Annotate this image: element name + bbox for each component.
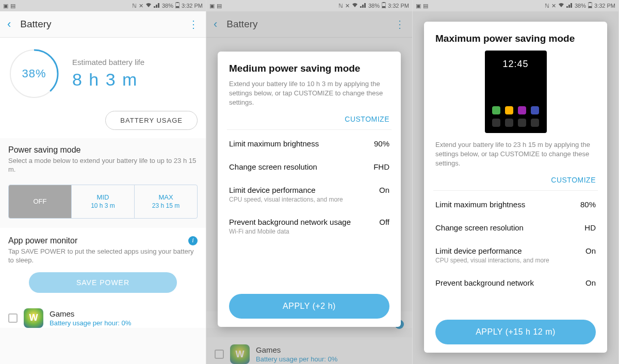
status-time: 3:32 PM (388, 3, 409, 9)
svg-rect-7 (382, 6, 385, 8)
svg-rect-9 (589, 2, 591, 3)
status-bar: ▣ ▤ ℕ ✕ 38% 3:32 PM (0, 0, 206, 11)
battery-card: 38% Estimated battery life 8 h 3 m BATTE… (0, 38, 206, 138)
preview-app-icon (518, 119, 526, 127)
menu-button[interactable]: ⋮ (188, 18, 199, 30)
nfc-icon: ℕ (545, 3, 549, 9)
app-icon: W (24, 308, 43, 328)
svg-rect-10 (589, 6, 592, 8)
signal-icon (360, 3, 366, 9)
apm-title: App power monitor (8, 236, 198, 245)
battery-icon (382, 2, 386, 9)
status-bar: ▣ ▤ ℕ ✕ 38% 3:32 PM (413, 0, 618, 11)
customize-button[interactable]: CUSTOMIZE (229, 115, 389, 123)
svg-rect-6 (383, 2, 385, 3)
setting-brightness[interactable]: Limit maximum brightness 90% (229, 132, 389, 155)
preview-app-icon (492, 106, 500, 114)
apply-button[interactable]: APPLY (+15 h 12 m) (435, 320, 596, 344)
screenshot-icon: ▤ (10, 3, 15, 9)
mode-off[interactable]: OFF (9, 185, 71, 218)
wifi-icon (352, 3, 358, 9)
setting-resolution[interactable]: Change screen resolution FHD (229, 155, 389, 178)
app-bar: ‹ Battery ⋮ (0, 11, 206, 37)
app-row[interactable]: W Games Battery usage per hour: 0% (0, 301, 206, 328)
preview-app-icon (505, 119, 513, 127)
nfc-icon: ℕ (338, 3, 343, 9)
page-title: Battery (20, 19, 188, 30)
preview-app-icon (518, 106, 526, 114)
app-bar: ‹ Battery ⋮ (206, 11, 412, 37)
phone-screen-battery: ▣ ▤ ℕ ✕ 38% 3:32 PM ‹ Battery ⋮ (0, 0, 206, 364)
status-battery-pct: 38% (575, 3, 586, 9)
power-saving-title: Power saving mode (8, 145, 198, 155)
battery-icon (175, 2, 180, 9)
mode-max[interactable]: MAX 23 h 15 m (134, 185, 197, 218)
setting-network[interactable]: Prevent background network usage Wi-Fi a… (229, 210, 389, 242)
status-battery-pct: 38% (162, 3, 173, 9)
app-usage: Battery usage per hour: 0% (50, 319, 131, 327)
photo-icon: ▣ (3, 3, 8, 9)
preview-app-icon (531, 119, 539, 127)
phone-screen-medium-dialog: ▣ ▤ ℕ ✕ 38% 3:32 PM ‹ Battery ⋮ i W Game… (206, 0, 413, 364)
estimate-value: 8 h 3 m (72, 70, 144, 90)
back-button[interactable]: ‹ (7, 18, 11, 31)
svg-rect-2 (176, 6, 179, 8)
dialog-desc: Extend your battery life to 10 h 3 m by … (229, 79, 389, 108)
photo-icon: ▣ (209, 3, 215, 9)
preview-app-icon (505, 106, 513, 114)
apply-button[interactable]: APPLY (+2 h) (229, 294, 389, 319)
page-title: Battery (226, 19, 395, 30)
signal-icon (566, 3, 573, 9)
dialog-max-power: Maximum power saving mode 12:45 Extend y… (424, 22, 607, 353)
status-bar: ▣ ▤ ℕ ✕ 38% 3:32 PM (206, 0, 412, 11)
setting-resolution[interactable]: Change screen resolution HD (435, 216, 596, 239)
status-battery-pct: 38% (368, 3, 380, 9)
estimate-label: Estimated battery life (72, 58, 144, 67)
menu-button: ⋮ (395, 18, 405, 30)
preview-app-icon (531, 106, 539, 114)
wifi-icon (145, 3, 152, 9)
screenshot-icon: ▤ (423, 3, 428, 9)
dialog-title: Maximum power saving mode (435, 33, 596, 44)
power-saving-desc: Select a mode below to extend your batte… (8, 157, 198, 174)
mute-icon: ✕ (139, 3, 143, 9)
back-button: ‹ (214, 18, 217, 31)
mode-mid[interactable]: MID 10 h 3 m (71, 185, 134, 218)
photo-icon: ▣ (416, 3, 421, 9)
app-power-monitor: i App power monitor Tap SAVE POWER to pu… (0, 228, 206, 301)
signal-icon (154, 3, 160, 9)
dialog-title: Medium power saving mode (229, 63, 389, 74)
setting-performance[interactable]: Limit device performance CPU speed, visu… (435, 239, 596, 271)
battery-estimate: Estimated battery life 8 h 3 m (72, 58, 144, 90)
customize-button[interactable]: CUSTOMIZE (435, 176, 596, 184)
dialog-desc: Extend your battery life to 23 h 15 m by… (435, 140, 596, 169)
setting-performance[interactable]: Limit device performance CPU speed, visu… (229, 178, 389, 210)
mode-selector: OFF MID 10 h 3 m MAX 23 h 15 m (8, 185, 198, 219)
svg-rect-1 (176, 2, 178, 3)
battery-usage-button[interactable]: BATTERY USAGE (105, 111, 198, 130)
screenshot-icon: ▤ (217, 3, 222, 9)
setting-network[interactable]: Prevent background network On (435, 271, 596, 294)
app-row-bg: W Games Battery usage per hour: 0% (206, 337, 412, 364)
nfc-icon: ℕ (132, 3, 137, 9)
power-saving-section: Power saving mode Select a mode below to… (0, 138, 206, 178)
app-checkbox[interactable] (8, 313, 18, 323)
app-name: Games (50, 309, 131, 318)
battery-icon (588, 2, 592, 9)
mute-icon: ✕ (551, 3, 556, 9)
preview-app-icon (492, 119, 500, 127)
status-time: 3:32 PM (182, 3, 203, 9)
dialog-medium-power: Medium power saving mode Extend your bat… (218, 52, 401, 327)
phone-screen-max-dialog: ▣ ▤ ℕ ✕ 38% 3:32 PM Maximum power saving… (413, 0, 619, 364)
status-time: 3:32 PM (594, 3, 615, 9)
setting-brightness[interactable]: Limit maximum brightness 80% (435, 193, 596, 216)
preview-time: 12:45 (490, 59, 542, 70)
apm-desc: Tap SAVE POWER to put the selected apps … (8, 247, 198, 265)
mute-icon: ✕ (345, 3, 350, 9)
save-power-button[interactable]: SAVE POWER (29, 272, 176, 293)
info-icon[interactable]: i (188, 236, 198, 245)
battery-circle: 38% (8, 48, 60, 100)
wifi-icon (558, 3, 564, 9)
phone-preview: 12:45 (485, 51, 547, 133)
